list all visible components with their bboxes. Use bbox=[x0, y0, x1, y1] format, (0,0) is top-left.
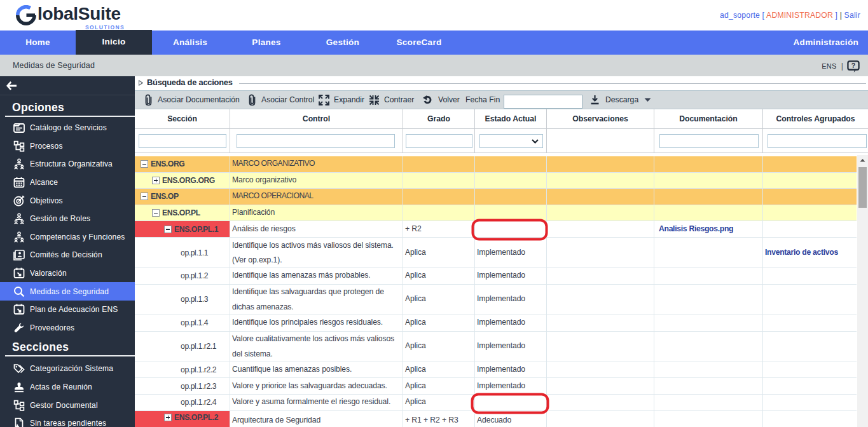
svg-text:?: ? bbox=[851, 62, 855, 69]
